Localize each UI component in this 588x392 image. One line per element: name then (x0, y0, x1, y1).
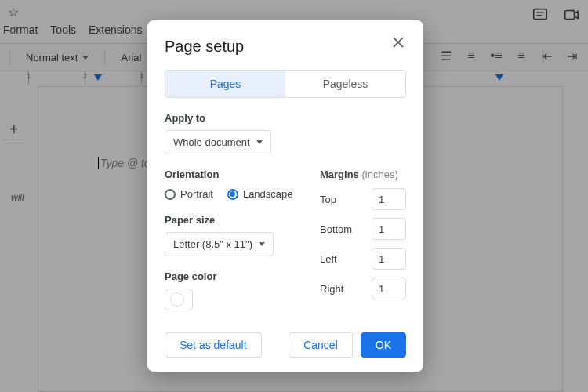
orientation-portrait-label: Portrait (180, 188, 213, 200)
paper-size-value: Letter (8.5" x 11") (173, 238, 252, 250)
paper-size-dropdown[interactable]: Letter (8.5" x 11") (165, 232, 274, 256)
chevron-down-icon (256, 140, 263, 144)
apply-to-label: Apply to (165, 112, 406, 124)
paper-size-label: Paper size (165, 214, 304, 226)
margin-bottom-label: Bottom (320, 223, 352, 235)
margin-top-input[interactable] (372, 188, 406, 210)
close-icon[interactable] (392, 36, 408, 52)
margin-top-label: Top (320, 194, 336, 205)
orientation-portrait-radio[interactable]: Portrait (165, 188, 213, 200)
orientation-landscape-label: Landscape (243, 188, 293, 200)
chevron-down-icon (259, 242, 265, 246)
orientation-landscape-radio[interactable]: Landscape (227, 188, 293, 200)
margin-right-input[interactable] (372, 278, 406, 299)
margin-left-input[interactable] (372, 248, 406, 270)
dialog-tabs: Pages Pageless (165, 70, 406, 98)
ok-button[interactable]: OK (361, 332, 406, 358)
page-setup-dialog: Page setup Pages Pageless Apply to Whole… (147, 20, 423, 372)
cancel-button[interactable]: Cancel (289, 332, 353, 358)
orientation-label: Orientation (165, 169, 304, 180)
page-color-swatch (170, 292, 184, 307)
dialog-title: Page setup (165, 38, 406, 56)
page-color-label: Page color (165, 270, 304, 282)
page-color-picker[interactable] (165, 289, 193, 310)
margin-left-label: Left (320, 253, 337, 265)
tab-pages[interactable]: Pages (165, 71, 285, 97)
tab-pageless[interactable]: Pageless (285, 71, 405, 97)
apply-to-dropdown[interactable]: Whole document (165, 130, 271, 154)
apply-to-value: Whole document (173, 136, 250, 148)
set-default-button[interactable]: Set as default (165, 332, 262, 358)
margin-bottom-input[interactable] (372, 218, 406, 240)
margin-right-label: Right (320, 283, 343, 295)
margins-label: Margins (inches) (320, 169, 406, 180)
